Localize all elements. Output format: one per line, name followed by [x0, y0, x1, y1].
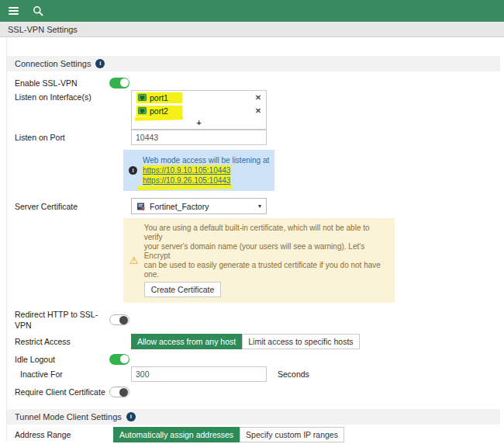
interface-item-port2: port2 ✕ — [132, 104, 266, 117]
address-range-label: Address Range — [15, 429, 113, 440]
interface-list-box[interactable]: port1 ✕ port2 ✕ + — [131, 90, 267, 130]
listen-interfaces-label: Listen on Interface(s) — [15, 90, 131, 102]
server-certificate-label: Server Certificate — [15, 201, 131, 212]
chevron-down-icon: ▾ — [258, 203, 261, 210]
idle-logout-label: Idle Logout — [15, 354, 109, 365]
breadcrumb: SSL-VPN Settings — [0, 22, 504, 37]
redirect-http-toggle[interactable] — [109, 314, 129, 325]
web-mode-text: Web mode access will be listening at — [143, 156, 269, 165]
warning-icon: ⚠ — [129, 255, 139, 265]
interface-name: port2 — [150, 106, 168, 116]
restrict-access-label: Restrict Access — [15, 336, 131, 347]
idle-logout-toggle[interactable] — [109, 354, 129, 365]
address-range-segment: Automatically assign addresses Specify c… — [113, 427, 344, 442]
restrict-access-segment: Allow access from any host Limit access … — [131, 334, 360, 349]
menu-icon[interactable] — [9, 7, 19, 15]
interface-item-port1: port1 ✕ — [132, 91, 266, 104]
info-icon: i — [129, 166, 137, 175]
web-mode-info-text: Web mode access will be listening at htt… — [143, 155, 269, 186]
info-icon[interactable]: i — [126, 412, 136, 421]
certificate-icon — [136, 202, 146, 211]
inactive-for-unit: Seconds — [278, 369, 309, 379]
server-certificate-select[interactable]: Fortinet_Factory ▾ — [131, 198, 267, 214]
listen-port-input[interactable] — [131, 130, 267, 145]
row-listen-port: Listen on Port — [15, 130, 504, 145]
ethernet-port-icon — [138, 106, 147, 115]
ethernet-port-icon — [138, 93, 147, 102]
content-pane: Connection Settings i Enable SSL-VPN Lis… — [6, 37, 504, 441]
address-range-option-custom[interactable]: Specify custom IP ranges — [240, 427, 344, 442]
row-redirect-http: Redirect HTTP to SSL-VPN — [15, 309, 504, 331]
web-mode-info-box: i Web mode access will be listening at h… — [123, 150, 274, 191]
require-client-certificate-label: Require Client Certificate — [15, 387, 109, 397]
row-inactive-for: Inactive For Seconds — [15, 366, 504, 382]
highlight-mark — [137, 185, 232, 190]
certificate-warning-box: ⚠ You are using a default built-in certi… — [123, 218, 395, 303]
section-title: Connection Settings — [15, 59, 91, 68]
remove-interface-icon[interactable]: ✕ — [255, 94, 261, 102]
inactive-for-input[interactable] — [131, 366, 267, 382]
remove-interface-icon[interactable]: ✕ — [255, 107, 261, 115]
require-client-certificate-toggle[interactable] — [109, 387, 129, 397]
row-idle-logout: Idle Logout — [15, 354, 504, 365]
certificate-warning-content: You are using a default built-in certifi… — [144, 224, 388, 297]
interface-chip[interactable]: port1 — [136, 92, 182, 103]
row-listen-interfaces: Listen on Interface(s) port1 ✕ port2 ✕ + — [15, 90, 504, 130]
web-mode-link-2[interactable]: https://10.9.26.105:10443 — [143, 175, 230, 186]
row-require-client-certificate: Require Client Certificate — [15, 387, 504, 397]
certificate-warning-text: You are using a default built-in certifi… — [144, 224, 388, 279]
interface-chip[interactable]: port2 — [136, 106, 182, 116]
section-header-connection-settings: Connection Settings i — [7, 56, 500, 71]
row-enable-ssl-vpn: Enable SSL-VPN — [15, 78, 504, 88]
enable-ssl-vpn-toggle[interactable] — [109, 78, 129, 88]
section-title: Tunnel Mode Client Settings — [15, 412, 122, 421]
enable-ssl-vpn-label: Enable SSL-VPN — [15, 78, 109, 88]
redirect-http-label: Redirect HTTP to SSL-VPN — [15, 309, 109, 331]
restrict-access-option-any-host[interactable]: Allow access from any host — [131, 334, 242, 349]
row-restrict-access: Restrict Access Allow access from any ho… — [15, 334, 504, 349]
create-certificate-button[interactable]: Create Certificate — [144, 282, 222, 297]
listen-port-label: Listen on Port — [15, 132, 131, 143]
section-header-tunnel-mode: Tunnel Mode Client Settings i — [7, 409, 500, 425]
row-server-certificate: Server Certificate Fortinet_Factory ▾ — [15, 198, 504, 214]
server-certificate-value: Fortinet_Factory — [150, 202, 209, 211]
page-title: SSL-VPN Settings — [8, 25, 78, 34]
address-range-option-automatic[interactable]: Automatically assign addresses — [113, 427, 240, 442]
restrict-access-option-specific-hosts[interactable]: Limit access to specific hosts — [242, 334, 359, 349]
inactive-for-label: Inactive For — [15, 369, 131, 380]
info-icon[interactable]: i — [95, 59, 105, 68]
row-address-range: Address Range Automatically assign addre… — [15, 427, 504, 442]
web-mode-link-1[interactable]: https://10.9.10.105:10443 — [143, 165, 230, 175]
interface-name: port1 — [150, 93, 168, 102]
top-nav-bar — [0, 0, 504, 22]
search-icon[interactable] — [33, 5, 43, 16]
